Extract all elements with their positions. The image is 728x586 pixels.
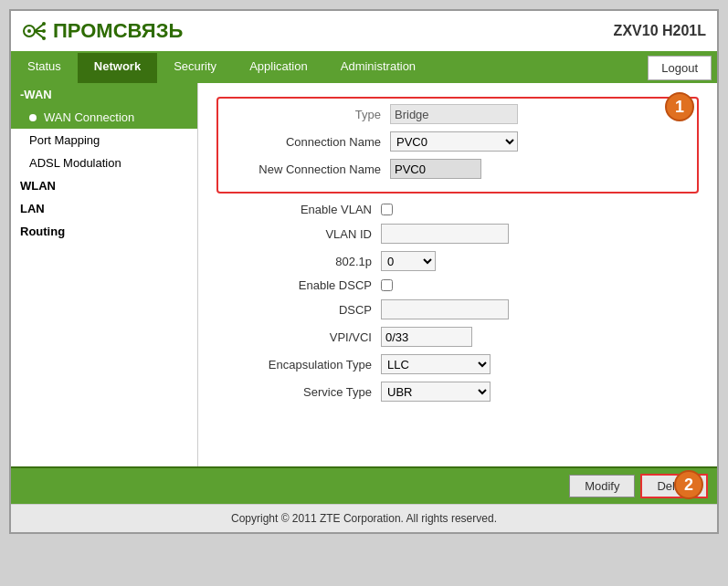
logo-icon: [22, 18, 47, 44]
device-name: ZXV10 H201L: [614, 23, 706, 39]
sidebar-port-mapping-label: Port Mapping: [29, 133, 100, 147]
dscp-input[interactable]: [381, 299, 509, 319]
logo: ПРОМСВЯЗЬ: [22, 18, 183, 44]
dscp-label: DSCP: [216, 303, 381, 317]
nav-network[interactable]: Network: [78, 53, 157, 83]
enable-dscp-checkbox[interactable]: [381, 279, 393, 291]
dscp-field: [381, 299, 509, 319]
encap-field: LLC VC-MUX: [381, 354, 491, 374]
enable-dscp-field: [381, 279, 393, 291]
vlan-id-row: VLAN ID: [216, 224, 699, 244]
vlan-id-label: VLAN ID: [216, 227, 381, 241]
dot1p-label: 802.1p: [216, 255, 381, 268]
callout-1: 1: [665, 92, 694, 121]
encap-row: Encapsulation Type LLC VC-MUX: [216, 354, 699, 374]
vpi-vci-input[interactable]: [381, 327, 472, 347]
modify-button[interactable]: Modify: [569, 475, 635, 497]
svg-point-5: [42, 22, 46, 26]
callout-2: 2: [674, 470, 703, 499]
sidebar-wan-section: -WAN: [11, 83, 197, 106]
nav-spacer: [432, 53, 642, 83]
sidebar: -WAN WAN Connection Port Mapping ADSL Mo…: [11, 83, 198, 466]
sidebar-item-adsl-modulation[interactable]: ADSL Modulation: [11, 152, 197, 174]
enable-vlan-field: [381, 204, 393, 215]
header: ПРОМСВЯЗЬ ZXV10 H201L: [11, 11, 717, 53]
nav-administration[interactable]: Administration: [324, 53, 432, 83]
sidebar-wlan-section: WLAN: [11, 174, 197, 197]
connection-name-row: Connection Name PVC0: [226, 131, 690, 152]
service-type-select[interactable]: UBR CBR: [381, 382, 491, 402]
sidebar-lan-section: LAN: [11, 197, 197, 220]
new-connection-name-label: New Connection Name: [226, 162, 390, 176]
vlan-id-input[interactable]: [381, 224, 509, 244]
connection-name-label: Connection Name: [226, 135, 390, 149]
service-type-row: Service Type UBR CBR: [216, 382, 699, 402]
dscp-row: DSCP: [216, 299, 699, 319]
new-connection-name-row: New Connection Name: [226, 159, 690, 179]
main-container: ПРОМСВЯЗЬ ZXV10 H201L Status Network Sec…: [9, 9, 719, 534]
enable-vlan-label: Enable VLAN: [216, 203, 381, 216]
navbar: Status Network Security Application Admi…: [11, 53, 717, 83]
sidebar-routing-section: Routing: [11, 220, 197, 243]
nav-status[interactable]: Status: [11, 53, 78, 83]
type-row: Type: [226, 104, 690, 124]
service-type-label: Service Type: [216, 385, 381, 399]
enable-dscp-label: Enable DSCP: [216, 278, 381, 292]
sidebar-item-port-mapping[interactable]: Port Mapping: [11, 129, 197, 152]
sidebar-item-wan-connection[interactable]: WAN Connection: [11, 106, 197, 129]
dot1p-row: 802.1p 0: [216, 251, 699, 271]
content-area: -WAN WAN Connection Port Mapping ADSL Mo…: [11, 83, 717, 466]
encap-label: Encapsulation Type: [216, 358, 381, 371]
enable-dscp-row: Enable DSCP: [216, 278, 699, 292]
type-field: [390, 104, 518, 124]
dot-icon: [29, 114, 37, 121]
highlight-box-1: Type Connection Name PVC0: [216, 97, 699, 194]
outer-wrapper: ПРОМСВЯЗЬ ZXV10 H201L Status Network Sec…: [0, 0, 728, 586]
nav-application[interactable]: Application: [233, 53, 324, 83]
main-content: 1 Type Connection Name: [198, 83, 717, 466]
vlan-id-field: [381, 224, 509, 244]
svg-point-6: [42, 29, 46, 33]
connection-name-select[interactable]: PVC0: [390, 131, 518, 152]
enable-vlan-checkbox[interactable]: [381, 204, 393, 215]
svg-point-7: [42, 37, 46, 40]
footer-bar: 2 Modify Delete: [11, 466, 717, 504]
new-connection-name-field: [390, 159, 481, 179]
sidebar-adsl-label: ADSL Modulation: [29, 156, 121, 170]
logout-button[interactable]: Logout: [648, 56, 712, 80]
service-type-field: UBR CBR: [381, 382, 491, 402]
type-label: Type: [226, 108, 390, 121]
dot1p-field: 0: [381, 251, 436, 271]
encap-select[interactable]: LLC VC-MUX: [381, 354, 491, 374]
vpi-vci-field: [381, 327, 472, 347]
connection-name-field: PVC0: [390, 131, 518, 152]
logo-text: ПРОМСВЯЗЬ: [53, 19, 183, 43]
copyright: Copyright © 2011 ZTE Corporation. All ri…: [11, 504, 717, 532]
new-connection-name-input[interactable]: [390, 159, 481, 179]
dot1p-select[interactable]: 0: [381, 251, 436, 271]
nav-security[interactable]: Security: [157, 53, 233, 83]
enable-vlan-row: Enable VLAN: [216, 203, 699, 216]
vpi-vci-row: VPI/VCI: [216, 327, 699, 347]
vpi-vci-label: VPI/VCI: [216, 330, 381, 344]
svg-point-1: [27, 29, 31, 33]
sidebar-wan-connection-label: WAN Connection: [44, 110, 134, 124]
type-input[interactable]: [390, 104, 518, 124]
